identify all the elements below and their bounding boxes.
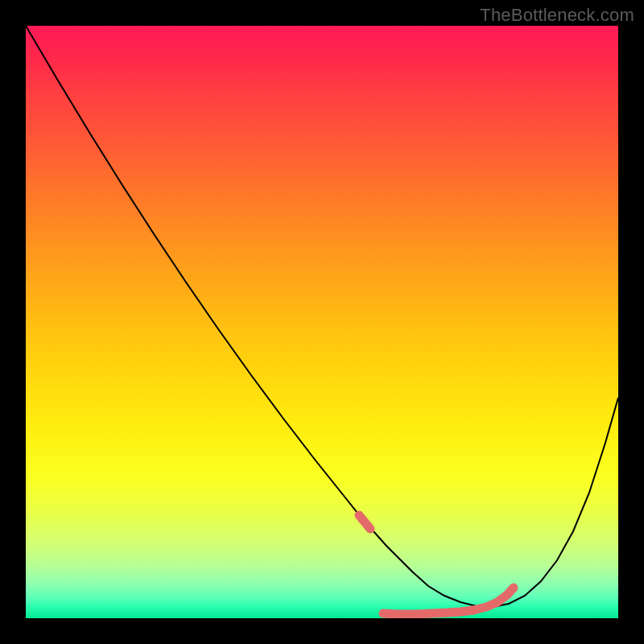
highlight-segment xyxy=(473,588,514,610)
plot-area xyxy=(26,26,618,618)
highlight-segment xyxy=(383,610,473,614)
chart-svg xyxy=(26,26,618,618)
chart-container: TheBottleneck.com xyxy=(0,0,644,644)
main-curve xyxy=(26,26,618,607)
highlight-segment xyxy=(359,515,370,529)
highlight-group xyxy=(359,515,514,614)
watermark-text: TheBottleneck.com xyxy=(480,5,634,26)
